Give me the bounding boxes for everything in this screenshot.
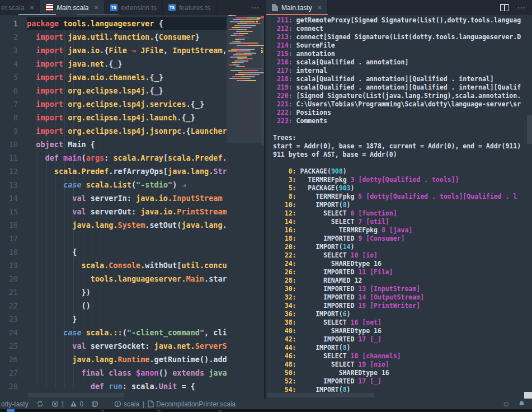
sync-button[interactable] — [32, 399, 48, 409]
code-line[interactable]: 44: IMPORT(8) — [273, 344, 530, 352]
code-line[interactable]: 26 java.lang.Runtime.getRuntime().addSh — [0, 353, 227, 366]
code-line[interactable]: 28: RENAMED 12 — [273, 277, 530, 285]
code-line[interactable]: 9 import org.eclipse.lsp4j.jsonrpc.{Laun… — [0, 124, 227, 138]
code-line[interactable]: 212: connect — [273, 25, 530, 33]
live-share-button[interactable] — [87, 399, 102, 409]
code-line[interactable]: 3: TERMREFpkg 3 [dotty[Qualified . tools… — [273, 176, 530, 184]
horizontal-scrollbar[interactable] — [266, 393, 532, 397]
more-tabs-button[interactable]: ⋯ — [245, 0, 266, 15]
code-line[interactable]: 213: connect[Signed Signature(List(dotty… — [273, 33, 530, 41]
code-line[interactable]: 223: Comments — [273, 117, 530, 125]
scrollbar-thumb[interactable] — [527, 115, 532, 144]
code-line[interactable]: 218: scala[Qualified . annotation][Quali… — [273, 75, 530, 83]
code-line[interactable]: 18 { — [0, 245, 227, 259]
code-line[interactable]: 14: SELECT 7 [util] — [273, 218, 530, 226]
horizontal-scrollbar[interactable] — [0, 393, 260, 397]
tab-er-scala[interactable]: er.scala × — [0, 0, 40, 15]
feedback-button[interactable]: ☺ — [498, 399, 514, 409]
code-line[interactable]: 4 import java.net.{_} — [0, 57, 227, 71]
scrollbar-thumb[interactable] — [267, 393, 374, 397]
code-line[interactable]: 10: IMPORT(8) — [273, 201, 530, 209]
code-line[interactable]: 16 java.lang.System.setOut(java.lang.Sy — [0, 218, 227, 232]
code-line[interactable]: 23 } — [0, 312, 227, 326]
code-line[interactable]: 17 — [0, 232, 227, 245]
code-line[interactable]: 28 def run: scala.Unit = { — [0, 380, 227, 393]
code-line[interactable]: 5 import java.nio.channels.{_} — [0, 71, 227, 84]
code-line[interactable]: 15 val serverOut: java.io.PrintStream = — [0, 205, 227, 218]
code-line[interactable]: 13 case scala.List("-stdio") ⇒ — [0, 178, 227, 191]
code-line[interactable]: 214: SourceFile — [273, 41, 530, 50]
code-line[interactable]: 911 bytes of AST, base = Addr(0) — [273, 151, 530, 159]
code-line[interactable]: 32: IMPORTED 14 [OutputStream] — [273, 293, 530, 302]
code-line[interactable]: 5: PACKAGE(903) — [273, 184, 530, 193]
code-line[interactable]: 34: IMPORTED 15 [PrintWriter] — [273, 302, 530, 310]
split-editor-icon[interactable] — [500, 4, 509, 11]
code-line[interactable]: 20 tools.languageserver.Main.startS — [0, 272, 227, 285]
code-line[interactable]: 24: SHAREDtype 16 — [273, 260, 530, 268]
code-line[interactable]: 46: SELECT 18 [channels] — [273, 352, 530, 360]
code-line[interactable]: 25 val serverSocket: java.net.ServerSoc — [0, 339, 227, 353]
code-line[interactable] — [273, 159, 530, 167]
code-line[interactable]: 42: IMPORTED 17 [_] — [273, 335, 530, 344]
code-line[interactable]: 2 import java.util.function.{Consumer} — [0, 30, 227, 44]
code-line[interactable]: 52: IMPORTED 17 [_] — [273, 377, 530, 386]
tab-main-tasty[interactable]: Main.tasty × — [266, 0, 328, 15]
code-line[interactable]: 27 final class $anon() extends java.l — [0, 366, 227, 380]
code-line[interactable]: 36: IMPORT(6) — [273, 310, 530, 319]
code-line[interactable]: 30: IMPORTED 13 [InputStream] — [273, 285, 530, 293]
code-line[interactable]: 220: [Signed Signature(List(java.lang.St… — [273, 92, 530, 100]
code-line[interactable]: 222: Positions — [273, 109, 530, 117]
code-line[interactable]: 18: IMPORTED 9 [Consumer] — [273, 235, 530, 243]
code-line[interactable]: 216: scala[Qualified . annotation] — [273, 58, 530, 67]
close-icon[interactable]: × — [30, 3, 34, 12]
code-line[interactable]: 22 () — [0, 299, 227, 312]
problems-item[interactable]: 1 0 — [48, 399, 87, 409]
minimap[interactable] — [227, 15, 261, 399]
close-icon[interactable]: × — [318, 3, 322, 12]
code-line[interactable]: 50: SHAREDtype 16 — [273, 369, 530, 377]
notifications-button[interactable] — [514, 400, 532, 408]
code-line[interactable]: 8 import org.eclipse.lsp4j.launch.{_} — [0, 111, 227, 124]
code-line[interactable]: 16: TERMREFpkg 8 [java] — [273, 226, 530, 235]
tab-extension-ts[interactable]: TS extension.ts — [105, 0, 163, 15]
tab-main-scala[interactable]: Main.scala × — [40, 0, 105, 15]
code-line[interactable]: 38: SELECT 16 [net] — [273, 319, 530, 327]
code-line[interactable] — [273, 125, 530, 134]
code-line[interactable]: Trees: — [273, 134, 530, 142]
code-line[interactable]: 26: IMPORTED 11 [File] — [273, 268, 530, 277]
code-line[interactable]: 217: internal — [273, 67, 530, 75]
editor-pane-main-scala[interactable]: 1package tools.languageserver {2 import … — [0, 15, 265, 399]
code-line[interactable]: 19 scala.Console.withOut[util.concurr — [0, 259, 227, 272]
code-line[interactable]: 14 val serverIn: java.io.InputStream = — [0, 191, 227, 205]
code-line[interactable]: 12: SELECT 6 [function] — [273, 209, 530, 218]
git-branch-item[interactable]: otty-tasty — [0, 399, 32, 409]
code-line[interactable]: 221: C:\Users\Tobias\Programming\Scala\d… — [273, 100, 530, 109]
code-line[interactable]: 40: SHAREDtype 16 — [273, 327, 530, 335]
vertical-scrollbar[interactable] — [261, 15, 265, 399]
code-line[interactable]: 48: SELECT 19 [nio] — [273, 360, 530, 369]
code-line[interactable]: 10 object Main { — [0, 138, 227, 151]
code-line[interactable]: 3 import java.io.{File ⇒ JFile, InputStr… — [0, 44, 227, 57]
code-line[interactable]: 7 import org.eclipse.lsp4j.services.{_} — [0, 97, 227, 111]
code-line[interactable]: start = Addr(0), base = 1878, current = … — [273, 142, 530, 151]
code-area[interactable]: 211: getRemoteProxy[Signed Signature(Lis… — [273, 16, 530, 394]
code-line[interactable]: 219: scala[Qualified . annotation][Quali… — [273, 83, 530, 92]
scrollbar-thumb[interactable] — [261, 17, 265, 146]
code-line[interactable]: 8: TERMREFpkg 5 [dotty[Qualified . tools… — [273, 193, 530, 201]
scrollbar-thumb[interactable] — [28, 393, 124, 397]
code-line[interactable]: 0: PACKAGE(908) — [273, 167, 530, 176]
tab-features-ts[interactable]: TS features.ts — [163, 0, 216, 15]
code-line[interactable]: 21 }) — [0, 285, 227, 299]
close-icon[interactable]: × — [94, 3, 98, 12]
code-line[interactable]: 11 def main(args: scala.Array[scala.Pred… — [0, 151, 227, 165]
code-line[interactable]: 211: getRemoteProxy[Signed Signature(Lis… — [273, 16, 530, 25]
editor-pane-main-tasty[interactable]: 211: getRemoteProxy[Signed Signature(Lis… — [266, 15, 532, 399]
more-actions-button[interactable]: ⋯ — [517, 3, 526, 13]
code-line[interactable]: 215: annotation — [273, 50, 530, 58]
code-area[interactable]: 1package tools.languageserver {2 import … — [0, 17, 227, 393]
code-line[interactable]: 1package tools.languageserver { — [0, 17, 227, 30]
code-line[interactable]: 12 scala.Predef.refArrayOps[java.lang.St… — [0, 165, 227, 178]
code-line[interactable]: 24 case scala.::("-client_command", clie… — [0, 326, 227, 339]
vertical-scrollbar[interactable] — [526, 15, 532, 399]
code-line[interactable]: 22: SELECT 10 [io] — [273, 251, 530, 260]
